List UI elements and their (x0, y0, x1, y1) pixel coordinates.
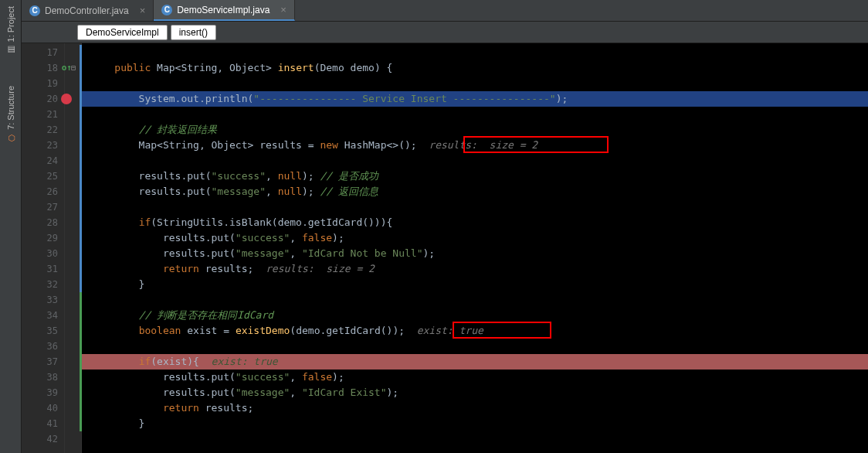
gutter-25: 25 (22, 169, 58, 184)
inline-hint-results2: results: size = 2 (253, 263, 375, 274)
gutter-29: 29 (22, 230, 58, 246)
gutter-20: 20 (22, 91, 58, 107)
gutter-39: 39 (22, 385, 58, 400)
line-41: } (80, 416, 868, 431)
line-37: if(exist){ exist: true (80, 354, 868, 370)
gutter-37: 37 (22, 354, 58, 370)
breakpoint-icon[interactable] (61, 94, 72, 104)
main-area: C DemoController.java × C DemoServiceImp… (22, 0, 868, 453)
close-icon[interactable]: × (140, 5, 146, 16)
gutter-42: 42 (22, 431, 58, 447)
gutter-32: 32 (22, 277, 58, 292)
line-30: results.put("message", "IdCard Not be Nu… (80, 246, 868, 261)
gutter-22: 22 (22, 122, 58, 138)
breadcrumb: DemoServiceImpl insert() (22, 22, 868, 43)
inline-hint-exist: exist: true (405, 325, 483, 336)
gutter-34: 34 (22, 308, 58, 323)
line-19 (80, 76, 868, 91)
gutter-38: 38 (22, 370, 58, 385)
tab-label: DemoServiceImpl.java (177, 5, 270, 15)
line-29: results.put("success", false); (80, 230, 868, 246)
line-20: System.out.println("---------------- Ser… (80, 91, 868, 107)
line-21 (80, 107, 868, 122)
crumb-class[interactable]: DemoServiceImpl (77, 25, 168, 40)
gutter-26: 26 (22, 184, 58, 199)
project-icon: ▤ (5, 45, 15, 55)
tab-label: DemoController.java (45, 5, 129, 16)
line-26: results.put("message", null); // 返回信息 (80, 184, 868, 199)
gutter-41: 41 (22, 416, 58, 431)
gutter-19: 19 (22, 76, 58, 91)
sidebar-label: 7: Structure (6, 86, 15, 130)
gutter-31: 31 (22, 261, 58, 277)
java-class-icon: C (29, 5, 40, 16)
gutter-28: 28 (22, 215, 58, 230)
fold-icon[interactable]: ⊟ (71, 60, 76, 76)
gutter-17: 17 (22, 45, 58, 60)
override-icon[interactable]: o↑ (61, 60, 72, 71)
line-27 (80, 199, 868, 215)
code-editor[interactable]: 17 18o↑ 19 20 21 22 23 24 25 26 27 28 29… (22, 43, 868, 453)
line-42 (82, 431, 868, 447)
gutter-18: 18o↑ (22, 60, 58, 76)
gutter-21: 21 (22, 107, 58, 122)
gutter-36: 36 (22, 339, 58, 354)
gutter-30: 30 (22, 246, 58, 261)
line-22: // 封装返回结果 (80, 122, 868, 138)
tab-democontroller[interactable]: C DemoController.java × (22, 0, 154, 21)
code-content[interactable]: ⊟ public Map<String, Object> insert(Demo… (82, 43, 868, 453)
left-toolbar: ▤ 1: Project ⬡ 7: Structure (0, 0, 22, 453)
inline-hint-exist2: exist: true (199, 356, 278, 367)
line-18: ⊟ public Map<String, Object> insert(Demo… (80, 60, 868, 76)
structure-icon: ⬡ (5, 133, 15, 143)
line-17 (80, 45, 868, 60)
line-gutter: 17 18o↑ 19 20 21 22 23 24 25 26 27 28 29… (22, 43, 65, 453)
line-25: results.put("success", null); // 是否成功 (80, 169, 868, 184)
java-class-icon: C (161, 5, 172, 15)
line-23: Map<String, Object> results = new HashMa… (80, 138, 868, 153)
line-39: results.put("message", "IdCard Exist"); (80, 385, 868, 400)
gutter-40: 40 (22, 400, 58, 416)
line-31: return results; results: size = 2 (80, 261, 868, 277)
tab-demoserviceimpl[interactable]: C DemoServiceImpl.java × (154, 0, 295, 21)
sidebar-structure[interactable]: ⬡ 7: Structure (5, 86, 15, 143)
gutter-33: 33 (22, 292, 58, 308)
gutter-23: 23 (22, 138, 58, 153)
line-38: results.put("success", false); (80, 370, 868, 385)
close-icon[interactable]: × (280, 4, 287, 15)
line-33 (80, 292, 868, 308)
line-36 (80, 339, 868, 354)
crumb-method[interactable]: insert() (171, 25, 216, 40)
line-35: boolean exist = existDemo(demo.getIdCard… (80, 323, 868, 339)
gutter-27: 27 (22, 199, 58, 215)
gutter-24: 24 (22, 153, 58, 169)
line-32: } (80, 277, 868, 292)
line-40: return results; (80, 400, 868, 416)
editor-tabs: C DemoController.java × C DemoServiceImp… (22, 0, 868, 22)
gutter-35: 35 (22, 323, 58, 339)
line-28: if(StringUtils.isBlank(demo.getIdCard())… (80, 215, 868, 230)
line-34: // 判断是否存在相同IdCard (80, 308, 868, 323)
inline-hint-results: results: size = 2 (417, 139, 538, 151)
sidebar-project[interactable]: ▤ 1: Project (5, 6, 15, 55)
line-24 (80, 153, 868, 169)
sidebar-label: 1: Project (6, 6, 15, 42)
